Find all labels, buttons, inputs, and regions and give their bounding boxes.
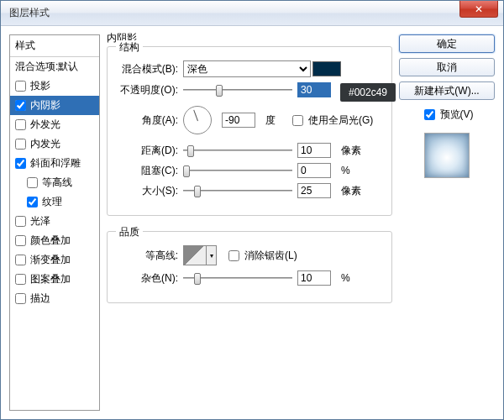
angle-input[interactable] bbox=[222, 113, 255, 128]
sidebar-item-等高线[interactable]: 等高线 bbox=[10, 173, 99, 192]
structure-fieldset: 结构 混合模式(B): 深色 不透明度(O): % bbox=[107, 46, 392, 216]
sidebar-item-投影[interactable]: 投影 bbox=[10, 76, 99, 96]
sidebar-blend-options[interactable]: 混合选项:默认 bbox=[10, 57, 99, 76]
cancel-button[interactable]: 取消 bbox=[399, 58, 495, 76]
contour-dropdown-arrow[interactable]: ▾ bbox=[207, 245, 217, 265]
opacity-label: 不透明度(O): bbox=[114, 83, 183, 97]
size-slider[interactable] bbox=[183, 183, 292, 198]
preview-checkbox[interactable]: 预览(V) bbox=[399, 107, 495, 123]
quality-fieldset: 品质 等高线: ▾ 消除锯齿(L) 杂色(N): bbox=[107, 231, 392, 303]
global-light-checkbox[interactable]: 使用全局光(G) bbox=[289, 113, 373, 129]
sidebar-item-颜色叠加[interactable]: 颜色叠加 bbox=[10, 231, 99, 250]
angle-dial[interactable] bbox=[183, 106, 212, 134]
opacity-input[interactable] bbox=[297, 82, 331, 97]
blend-mode-select[interactable]: 深色 bbox=[183, 60, 311, 77]
ok-button[interactable]: 确定 bbox=[399, 34, 495, 53]
size-unit: 像素 bbox=[341, 184, 361, 198]
sidebar-header: 样式 bbox=[10, 35, 99, 57]
antialias-checkbox[interactable]: 消除锯齿(L) bbox=[225, 248, 297, 264]
right-column: 确定 取消 新建样式(W)... 预览(V) bbox=[399, 34, 495, 411]
sidebar-item-内发光[interactable]: 内发光 bbox=[10, 134, 99, 154]
main-panel: 内阴影 #002c49 结构 混合模式(B): 深色 不透明度(O): bbox=[107, 34, 392, 411]
noise-unit: % bbox=[341, 272, 350, 284]
window-title: 图层样式 bbox=[9, 6, 50, 20]
preview-thumbnail bbox=[424, 133, 470, 178]
titlebar: 图层样式 ✕ bbox=[1, 1, 503, 26]
blend-mode-label: 混合模式(B): bbox=[114, 62, 183, 76]
sidebar-item-渐变叠加[interactable]: 渐变叠加 bbox=[10, 250, 99, 270]
shadow-color-swatch[interactable] bbox=[312, 61, 341, 76]
dialog-content: 样式 混合选项:默认 投影内阴影外发光内发光斜面和浮雕等高线纹理光泽颜色叠加渐变… bbox=[1, 26, 503, 419]
opacity-slider[interactable] bbox=[183, 82, 292, 97]
contour-label: 等高线: bbox=[114, 249, 183, 263]
sidebar-item-外发光[interactable]: 外发光 bbox=[10, 115, 99, 134]
angle-label: 角度(A): bbox=[114, 113, 183, 128]
close-button[interactable]: ✕ bbox=[459, 1, 498, 18]
choke-label: 阻塞(C): bbox=[114, 164, 183, 178]
sidebar-item-图案叠加[interactable]: 图案叠加 bbox=[10, 270, 99, 289]
size-input[interactable] bbox=[297, 183, 331, 198]
choke-slider[interactable] bbox=[183, 163, 292, 178]
distance-input[interactable] bbox=[297, 143, 331, 158]
styles-sidebar: 样式 混合选项:默认 投影内阴影外发光内发光斜面和浮雕等高线纹理光泽颜色叠加渐变… bbox=[9, 34, 100, 411]
sidebar-item-斜面和浮雕[interactable]: 斜面和浮雕 bbox=[10, 154, 99, 173]
angle-unit: 度 bbox=[265, 113, 276, 128]
color-tooltip: #002c49 bbox=[340, 83, 396, 102]
noise-input[interactable] bbox=[297, 270, 331, 286]
sidebar-item-光泽[interactable]: 光泽 bbox=[10, 212, 99, 231]
quality-legend: 品质 bbox=[116, 225, 143, 239]
sidebar-item-纹理[interactable]: 纹理 bbox=[10, 192, 99, 212]
choke-unit: % bbox=[341, 165, 350, 176]
layer-style-dialog: 图层样式 ✕ 样式 混合选项:默认 投影内阴影外发光内发光斜面和浮雕等高线纹理光… bbox=[0, 0, 504, 420]
distance-unit: 像素 bbox=[341, 144, 361, 158]
noise-label: 杂色(N): bbox=[114, 271, 183, 286]
sidebar-item-内阴影[interactable]: 内阴影 bbox=[10, 96, 99, 115]
close-icon: ✕ bbox=[475, 3, 483, 15]
choke-input[interactable] bbox=[297, 163, 331, 178]
new-style-button[interactable]: 新建样式(W)... bbox=[399, 81, 495, 100]
noise-slider[interactable] bbox=[183, 270, 292, 286]
sidebar-item-描边[interactable]: 描边 bbox=[10, 289, 99, 308]
structure-legend: 结构 bbox=[116, 40, 143, 55]
distance-label: 距离(D): bbox=[114, 144, 183, 158]
size-label: 大小(S): bbox=[114, 184, 183, 198]
contour-picker[interactable] bbox=[183, 245, 207, 265]
distance-slider[interactable] bbox=[183, 143, 292, 158]
